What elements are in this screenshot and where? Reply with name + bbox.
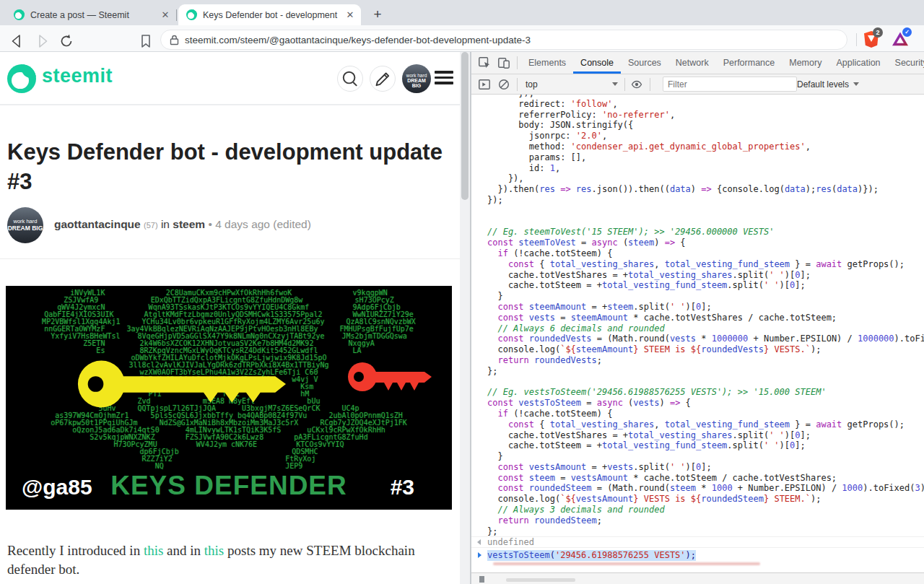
prompt-chevron-icon: [478, 552, 481, 558]
reload-icon[interactable]: [58, 32, 75, 50]
post-banner-image: iNVyWL1K 2C8UamuCKxm9cHPwXfOkRhHh6fwoK v…: [6, 286, 452, 510]
devtools-tab-console[interactable]: Console: [573, 52, 621, 74]
console-code-line: if (!cache.totSteem) {: [487, 248, 924, 259]
brave-shield-badge: 2: [873, 27, 883, 38]
console-code-line: const roundedVests = (Math.round(vests *…: [487, 334, 924, 344]
steemit-favicon: [186, 9, 197, 20]
extension-check-badge: ✓: [902, 27, 912, 37]
post-paragraph: Recently I introduced in this and in thi…: [7, 541, 435, 579]
console-code-line: }).then(res => res.json()).then((data) =…: [487, 184, 924, 195]
console-code-line: const steem = vestsAmount * cache.totSte…: [487, 473, 924, 484]
forward-icon[interactable]: [33, 32, 51, 50]
console-code-line: };: [487, 526, 924, 537]
context-selector[interactable]: top: [526, 79, 618, 90]
console-code-line: id: 1,: [487, 163, 924, 174]
back-icon[interactable]: [9, 32, 26, 50]
steemit-logo[interactable]: [7, 64, 36, 93]
chevron-down-icon: [853, 82, 859, 86]
chevron-down-icon: [612, 82, 618, 86]
result-value: undefined: [487, 537, 534, 548]
user-avatar[interactable]: work hard DREAM BIG: [402, 64, 431, 93]
console-code-line: console.log(`${vestsAmount} VESTS is ${r…: [487, 494, 924, 505]
scrollbar-thumb[interactable]: [461, 52, 468, 200]
eye-icon[interactable]: [630, 78, 643, 91]
search-icon: [338, 66, 362, 91]
status-icon: [479, 576, 484, 583]
console-code-line: const roundedSteem = (Math.round(steem *…: [487, 483, 924, 494]
console-code-line: const vestsToSteem = async (vests) => {: [487, 398, 924, 409]
browser-tab-create-post[interactable]: Create a post — Steemit ✕: [6, 4, 176, 25]
steemit-header: steemit work hard DREAM BIG: [0, 52, 460, 105]
devtools-tab-network[interactable]: Network: [668, 52, 716, 74]
console-code-line: cache.totVestShares = +total_vesting_sha…: [487, 430, 924, 441]
clear-console-icon[interactable]: [497, 78, 510, 91]
filter-input[interactable]: [663, 77, 797, 92]
console-code-line: return roundedSteem;: [487, 515, 924, 526]
search-button[interactable]: [337, 66, 363, 92]
author-avatar[interactable]: work hard DREAM BIG: [7, 207, 43, 243]
console-code-line: // Eg. vestsToSteem('29456.61988576255 V…: [487, 387, 924, 398]
banner-title: KEYS DEFENDER: [6, 471, 452, 501]
in-label: in: [161, 218, 170, 230]
console-sidebar-icon[interactable]: [478, 78, 491, 91]
steemit-brand[interactable]: steemit: [42, 65, 113, 87]
log-levels-dropdown[interactable]: Default levels: [797, 79, 859, 90]
inspect-element-icon[interactable]: [478, 56, 491, 69]
devtools-tab-security[interactable]: Security: [888, 52, 924, 74]
console-code-line: const steemToVest = async (steem) => {: [487, 237, 924, 248]
device-toolbar-icon[interactable]: [497, 56, 510, 69]
tab-title: Create a post — Steemit: [30, 10, 154, 20]
console-code-line: cache.totSteem = +total_vesting_fund_ste…: [487, 280, 924, 291]
bookmark-icon[interactable]: [137, 32, 154, 50]
new-tab-button[interactable]: +: [368, 6, 387, 25]
console-output[interactable]: }), redirect: 'follow', referrerPolicy: …: [471, 95, 924, 572]
devtools-tab-application[interactable]: Application: [829, 52, 887, 74]
write-post-button[interactable]: [370, 66, 396, 92]
address-bar[interactable]: steemit.com/steem/@gaottantacinque/keys-…: [160, 30, 847, 50]
devtools-tab-memory[interactable]: Memory: [782, 52, 829, 74]
console-result-row: undefined: [471, 536, 924, 547]
post-age: 4 days ago: [215, 218, 270, 230]
console-toolbar: top Default levels: [471, 74, 924, 95]
console-code-line: const steemAmount = +steem.split(' ')[0]…: [487, 302, 924, 313]
console-code-line: // Always 6 decimals and rounded: [487, 323, 924, 334]
post-text: and in: [163, 543, 204, 558]
console-code-line: // Eg. steemToVest('15 STEEM'); >> '2945…: [487, 227, 924, 237]
console-code-block: }), redirect: 'follow', referrerPolicy: …: [487, 95, 924, 536]
close-tab-icon[interactable]: ✕: [159, 9, 172, 22]
devtools-tab-elements[interactable]: Elements: [521, 52, 573, 74]
post-link[interactable]: this: [204, 543, 224, 558]
yellow-key-icon: [74, 355, 287, 413]
edited-label: (edited): [273, 218, 311, 230]
close-tab-icon[interactable]: ✕: [344, 9, 357, 22]
post-link[interactable]: this: [144, 543, 163, 558]
menu-icon[interactable]: [435, 71, 453, 87]
page-scrollbar[interactable]: [460, 52, 470, 584]
console-input-text[interactable]: vestsToSteem('29456.61988576255 VESTS');: [487, 550, 696, 561]
console-code-line: const { total_vesting_shares, total_vest…: [487, 419, 924, 430]
console-code-line: const { total_vesting_shares, total_vest…: [487, 259, 924, 270]
padlock-icon: [170, 35, 179, 45]
devtools-bottom-strip: [471, 572, 924, 584]
console-code-line: body: JSON.stringify({: [487, 120, 924, 131]
status-text-placeholder: [506, 578, 575, 582]
console-code-line: // Always 3 decimals and rounded: [487, 505, 924, 515]
console-code-line: referrerPolicy: 'no-referrer',: [487, 110, 924, 121]
tab-strip: Create a post — Steemit ✕ Keys Defender …: [0, 0, 924, 25]
console-code-line: cache.totSteem = +total_vesting_fund_ste…: [487, 440, 924, 451]
console-code-line: console.log(`${steemAmount} STEEM is ${r…: [487, 344, 924, 355]
console-code-line: method: 'condenser_api.get_dynamic_globa…: [487, 141, 924, 152]
devtools-tab-performance[interactable]: Performance: [716, 52, 783, 74]
console-code-line: };: [487, 366, 924, 377]
console-code-line: return roundedVests;: [487, 355, 924, 366]
console-prompt-row[interactable]: vestsToSteem('29456.61988576255 VESTS');: [471, 547, 924, 562]
devtools-panel: ElementsConsoleSourcesNetworkPerformance…: [470, 52, 924, 584]
console-code-line: if (!cache.totSteem) {: [487, 409, 924, 419]
console-code-line: }),: [487, 173, 924, 184]
devtools-tab-sources[interactable]: Sources: [621, 52, 668, 74]
author-name[interactable]: gaottantacinque: [54, 218, 141, 230]
console-code-line: }: [487, 451, 924, 462]
community-link[interactable]: steem: [173, 218, 205, 230]
result-arrow-icon: [477, 539, 481, 545]
browser-tab-keys-defender[interactable]: Keys Defender bot - development ✕: [178, 4, 361, 25]
